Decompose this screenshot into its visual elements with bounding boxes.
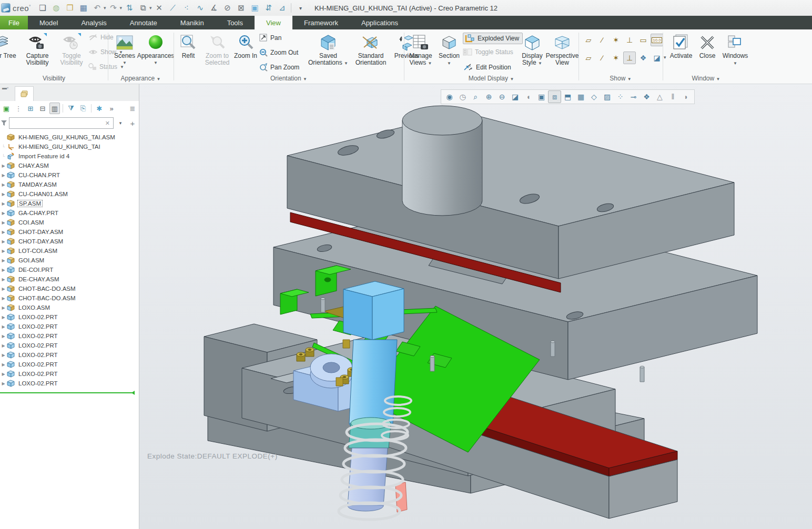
shank-cylinder[interactable] bbox=[402, 106, 482, 216]
tree-item-kh-mieng-giu-khung-tai[interactable]: └KH-MIENG_GIU_KHUNG_TAI bbox=[0, 142, 139, 151]
new-window-icon-caret[interactable]: ▾ bbox=[149, 5, 152, 11]
zoom-out-button[interactable]: Zoom Out bbox=[259, 48, 298, 57]
point-display-icon[interactable]: ✶ bbox=[610, 34, 622, 46]
3d-model-exploded-assembly[interactable] bbox=[139, 84, 812, 529]
tab-view[interactable]: View bbox=[255, 16, 292, 29]
layer-tree-button[interactable]: Layer Tree bbox=[0, 32, 18, 59]
expand-arrow-icon[interactable]: ▶ bbox=[0, 239, 7, 244]
activate-button[interactable]: Activate bbox=[667, 32, 695, 59]
zoom-to-selected-button[interactable]: Zoom to Selected bbox=[201, 32, 233, 66]
tab-tools[interactable]: Tools bbox=[216, 16, 255, 29]
standard-orientation-button[interactable]: Standard Orientation bbox=[352, 32, 389, 66]
tree-columns-icon[interactable]: ▥ bbox=[49, 103, 60, 114]
saved-orientations-icon[interactable]: ⬒ bbox=[561, 90, 574, 103]
view-manager-icon[interactable]: ▦ bbox=[574, 90, 587, 103]
tab-manikin[interactable]: Manikin bbox=[169, 16, 216, 29]
simulate-icon[interactable]: △ bbox=[653, 90, 666, 103]
windows-button[interactable]: Windows▼ bbox=[722, 32, 749, 67]
filter-funnel-icon[interactable] bbox=[1, 120, 7, 126]
more-dots-icon[interactable]: ⋮ bbox=[13, 103, 24, 114]
tree-item-loxo-02-prt[interactable]: ▶LOXO-02.PRT bbox=[0, 312, 139, 322]
expand-arrow-icon[interactable]: ▶ bbox=[0, 315, 7, 320]
tree-item-chay-asm[interactable]: ▶CHAY.ASM bbox=[0, 161, 139, 170]
expand-arrow-icon[interactable]: ▶ bbox=[0, 249, 7, 253]
undo-icon[interactable]: ↶ bbox=[91, 2, 104, 14]
enhanced-realism-icon[interactable]: ◪ bbox=[509, 90, 522, 103]
panel-pin-icon[interactable]: ▬▫ bbox=[0, 84, 11, 91]
tree-item-coi-asm[interactable]: ▶COI.ASM bbox=[0, 218, 139, 227]
expand-arrow-icon[interactable]: ▶ bbox=[0, 381, 7, 386]
tree-item-de-coi-prt[interactable]: ▶DE-COI.PRT bbox=[0, 265, 139, 274]
tree-item-loxo-02-prt[interactable]: ▶LOXO-02.PRT bbox=[0, 331, 139, 341]
tree-item-ga-chay-prt[interactable]: ▶GA-CHAY.PRT bbox=[0, 208, 139, 218]
tree-item-cu-chan01-asm[interactable]: ▶CU-CHAN01.ASM bbox=[0, 189, 139, 199]
qat-overflow-caret[interactable]: ▾ bbox=[294, 2, 307, 14]
tree-item-chot-bac-do-asm[interactable]: ▶CHOT-BAC-DO.ASM bbox=[0, 293, 139, 303]
model-tree-tab[interactable] bbox=[15, 86, 34, 101]
tree-item-sp-asm[interactable]: ▶SP.ASM bbox=[0, 199, 139, 208]
open-file-icon[interactable]: ❒ bbox=[64, 2, 76, 14]
section-hatch-icon[interactable]: ◪ bbox=[651, 52, 663, 64]
redo-icon-caret[interactable]: ▾ bbox=[119, 5, 122, 11]
expand-icon[interactable]: ⊠ bbox=[235, 2, 247, 14]
close-button[interactable]: Close bbox=[696, 32, 718, 59]
toggle-visibility-button[interactable]: Toggle Visibility bbox=[56, 32, 87, 66]
pause-icon[interactable]: ‖ bbox=[666, 90, 679, 103]
search-add-icon[interactable]: + bbox=[127, 117, 138, 129]
tab-analysis[interactable]: Analysis bbox=[69, 16, 118, 29]
overflow-chevrons-icon[interactable]: » bbox=[106, 103, 117, 114]
expand-arrow-icon[interactable]: ▶ bbox=[0, 372, 7, 377]
tree-insert-locator[interactable] bbox=[0, 392, 133, 393]
expand-arrow-icon[interactable]: ▶ bbox=[0, 268, 7, 272]
expand-arrow-icon[interactable]: ▶ bbox=[0, 353, 7, 358]
tab-file[interactable]: File bbox=[0, 16, 28, 29]
tree-item-de-chay-asm[interactable]: ▶DE-CHAY.ASM bbox=[0, 274, 139, 284]
tree-item-loxo-02-prt[interactable]: ▶LOXO-02.PRT bbox=[0, 341, 139, 350]
display-style-icon[interactable]: ▣ bbox=[535, 90, 548, 103]
toggle-status-button[interactable]: Toggle Status bbox=[463, 48, 513, 56]
settings-file-icon[interactable]: ⎘ bbox=[78, 103, 88, 114]
new-window-icon[interactable]: ⧉ bbox=[137, 2, 149, 14]
tab-applications[interactable]: Applications bbox=[350, 16, 410, 29]
tree-filter-icon[interactable]: ⧩ bbox=[66, 103, 76, 114]
tree-item-loxo-02-prt[interactable]: ▶LOXO-02.PRT bbox=[0, 350, 139, 360]
expand-arrow-icon[interactable]: ▶ bbox=[0, 192, 7, 197]
annotation-display-icon[interactable]: ▭ bbox=[637, 34, 649, 46]
collapse-items-icon[interactable]: ⊟ bbox=[37, 103, 48, 114]
tree-item-chot-day-asm[interactable]: ▶CHOT-DAY.ASM bbox=[0, 237, 139, 246]
expand-arrow-icon[interactable]: ▶ bbox=[0, 164, 7, 168]
spin-center-icon[interactable]: ❖ bbox=[637, 52, 649, 64]
refit-button[interactable]: Refit bbox=[176, 32, 200, 59]
perspective-view-button[interactable]: Perspective View bbox=[547, 32, 577, 66]
expand-arrow-icon[interactable]: ▶ bbox=[0, 287, 7, 291]
doc-info-icon[interactable]: ≣ bbox=[127, 103, 138, 114]
new-file-icon[interactable]: ❏ bbox=[36, 2, 49, 14]
exploded-view-icon[interactable]: ⧈ bbox=[548, 90, 561, 103]
edit-position-button[interactable]: yz Edit Position bbox=[463, 63, 511, 72]
expand-arrow-icon[interactable]: ▶ bbox=[0, 324, 7, 329]
tree-item-kh-mieng-giu-khung-tai-asm[interactable]: KH-MIENG_GIU_KHUNG_TAI.ASM bbox=[0, 133, 139, 142]
model-tree-icon[interactable]: ▣ bbox=[1, 103, 12, 114]
toggle-visibility-icon[interactable]: ◷ bbox=[456, 90, 469, 103]
manage-views-button[interactable]: Manage Views ▼ bbox=[406, 32, 435, 67]
expand-arrow-icon[interactable]: ▶ bbox=[0, 277, 7, 282]
tree-search-input[interactable] bbox=[12, 120, 104, 126]
zoom-in-icon[interactable]: ⊕ bbox=[482, 90, 495, 103]
csys-tag-icon[interactable]: ⊥ bbox=[623, 52, 636, 64]
annotation-display-icon[interactable]: ⁘ bbox=[614, 90, 627, 103]
plane-tag-icon[interactable]: ▱ bbox=[582, 52, 595, 64]
tree-item-goi-asm[interactable]: ▶GOI.ASM bbox=[0, 256, 139, 265]
tree-item-chot-bac-do-asm[interactable]: ▶CHOT-BAC-DO.ASM bbox=[0, 284, 139, 293]
point-tag-icon[interactable]: ✶ bbox=[610, 52, 622, 64]
search-clear-icon[interactable]: ✕ bbox=[104, 120, 111, 127]
zoom-in-button[interactable]: Zoom In bbox=[234, 32, 257, 59]
regenerate-icon[interactable]: ⇅ bbox=[123, 2, 136, 14]
exploded-view-button[interactable]: Exploded View bbox=[463, 33, 523, 44]
expand-arrow-icon[interactable]: ▶ bbox=[0, 362, 7, 367]
perspective-view-icon[interactable]: ◇ bbox=[587, 90, 601, 103]
undo-icon-caret[interactable]: ▾ bbox=[104, 5, 106, 11]
expand-arrow-icon[interactable]: ▶ bbox=[0, 220, 7, 225]
tab-model[interactable]: Model bbox=[28, 16, 69, 29]
tree-item-loxo-02-prt[interactable]: ▶LOXO-02.PRT bbox=[0, 369, 139, 379]
expand-items-icon[interactable]: ⊞ bbox=[25, 103, 36, 114]
